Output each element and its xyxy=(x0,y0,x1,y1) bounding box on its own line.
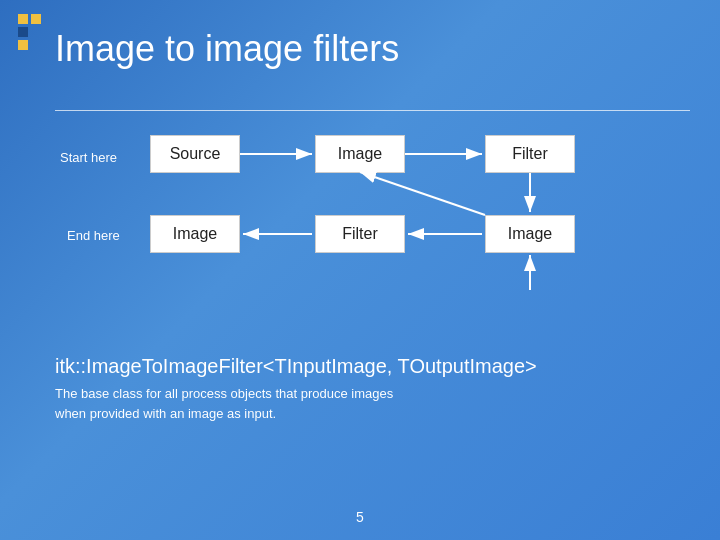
label-start: Start here xyxy=(60,150,117,165)
box-image3: Image xyxy=(485,215,575,253)
logo-dot-1 xyxy=(18,14,28,24)
slide: Image to image filters Start here End he… xyxy=(0,0,720,540)
box-source: Source xyxy=(150,135,240,173)
logo-dot-2 xyxy=(31,14,41,24)
logo-dot-6 xyxy=(31,40,41,50)
svg-line-7 xyxy=(360,172,485,215)
logo-dot-3 xyxy=(18,27,28,37)
bottom-description: The base class for all process objects t… xyxy=(55,384,537,423)
slide-title: Image to image filters xyxy=(55,28,399,70)
box-filter1: Filter xyxy=(485,135,575,173)
box-image1: Image xyxy=(315,135,405,173)
box-filter2: Filter xyxy=(315,215,405,253)
page-number: 5 xyxy=(356,509,364,525)
bottom-title: itk::ImageToImageFilter<TInputImage, TOu… xyxy=(55,355,537,378)
logo-dot-5 xyxy=(18,40,28,50)
logo-dot-4 xyxy=(31,27,41,37)
diagram: Start here End here Source Image Filter … xyxy=(55,120,690,320)
logo xyxy=(18,14,41,50)
label-end: End here xyxy=(67,228,120,243)
bottom-text: itk::ImageToImageFilter<TInputImage, TOu… xyxy=(55,355,537,423)
divider xyxy=(55,110,690,111)
box-image2: Image xyxy=(150,215,240,253)
